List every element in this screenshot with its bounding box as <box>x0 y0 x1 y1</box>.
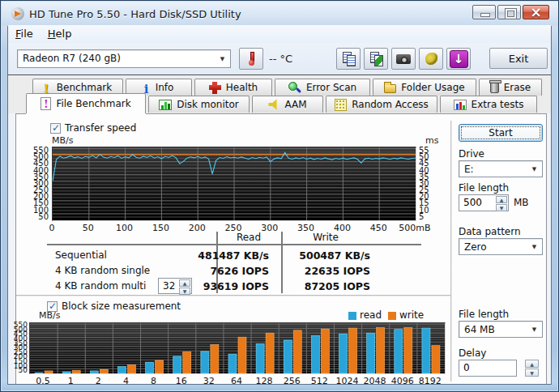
minimize-button[interactable] <box>472 5 496 19</box>
tick-label: 8192 <box>419 376 442 386</box>
block-x-axis: 0.512481632641282565121024204840968192 <box>16 376 548 386</box>
file-length-unit: MB <box>514 197 529 208</box>
copy-image-button[interactable] <box>364 48 388 70</box>
random-access-icon <box>335 99 347 111</box>
maximize-button[interactable] <box>497 5 521 19</box>
caption-buttons <box>472 5 549 19</box>
title-bar[interactable]: HD Tune Pro 5.50 - Hard Disk/SSD Utility <box>2 2 559 26</box>
hand-icon <box>425 53 437 65</box>
tab-strip: BenchmarkInfoHealthError ScanFolder Usag… <box>8 76 551 113</box>
delay-input[interactable]: 0 <box>459 360 517 377</box>
transfer-y-axis-right: 555045403530252015105 <box>419 147 435 219</box>
tab-random-access[interactable]: Random Access <box>326 96 437 113</box>
checkbox-checked-icon <box>50 123 61 134</box>
legend-read: read <box>348 309 382 321</box>
camera-button[interactable] <box>391 48 416 70</box>
tick-label: 4096 <box>391 376 414 386</box>
result-row-label: 4 KB random single <box>55 265 150 276</box>
tab-disk-monitor[interactable]: Disk monitor <box>148 96 250 113</box>
chevron-down-icon <box>528 323 540 335</box>
spin-down-icon[interactable] <box>496 204 507 211</box>
tick-label: 8 <box>151 376 156 386</box>
download-button[interactable] <box>446 48 471 70</box>
tick-label: 5 <box>419 212 424 221</box>
file-length-value: 500 <box>463 197 482 208</box>
block-y-axis-title: MB/s <box>39 310 60 321</box>
block-chart-plot <box>29 322 446 374</box>
copy-image-icon <box>369 52 383 66</box>
erase-icon <box>490 82 499 93</box>
chart-legend: read write <box>348 309 424 321</box>
transfer-y2-axis-title: ms <box>425 135 438 146</box>
tab-label: Benchmark <box>57 82 112 93</box>
chevron-down-icon <box>528 163 540 175</box>
tab-health[interactable]: Health <box>194 79 272 96</box>
tab-file-benchmark[interactable]: File Benchmark <box>26 93 146 113</box>
menu-item-file[interactable]: File <box>8 25 41 43</box>
delay-value: 0 <box>463 362 470 373</box>
client-area: HD Tune Pro 5.50 - Hard Disk/SSD Utility… <box>7 3 552 385</box>
results-table: Read Write Sequential481487 KB/s500487 K… <box>47 232 421 295</box>
tab-label: AAM <box>284 99 306 110</box>
tab-label: Disk monitor <box>177 99 239 110</box>
window-title: HD Tune Pro 5.50 - Hard Disk/SSD Utility <box>29 8 241 20</box>
tick-label: 16 <box>176 376 187 386</box>
drive-select[interactable]: Radeon R7 (240 gB) <box>17 49 231 68</box>
table-row: Sequential481487 KB/s500487 KB/s <box>47 249 421 263</box>
tick-label: 512 <box>311 376 328 386</box>
drive-select-value: Radeon R7 (240 gB) <box>23 53 121 64</box>
result-read-value: 481487 KB/s <box>180 249 269 262</box>
data-pattern-dropdown[interactable]: Zero <box>459 238 543 255</box>
tick-label: 0.5 <box>36 376 50 386</box>
tab-erase[interactable]: Erase <box>479 79 542 96</box>
tab-error-scan[interactable]: Error Scan <box>275 79 370 96</box>
toolbar-buttons <box>336 48 471 70</box>
temperature-button[interactable] <box>239 48 263 70</box>
file-benchmark-icon <box>41 97 51 110</box>
block-file-length-label: File length <box>459 309 509 320</box>
camera-icon <box>396 54 411 64</box>
delay-spin-down[interactable] <box>525 369 539 377</box>
transfer-speed-checkbox[interactable]: Transfer speed <box>50 122 136 134</box>
block-file-length-dropdown[interactable]: 64 MB <box>459 321 543 338</box>
transfer-y-axis-left: 55050045040035030025020015010050 <box>21 147 49 219</box>
transfer-chart <box>53 147 416 220</box>
result-write-value: 22635 IOPS <box>285 265 370 277</box>
tab-aam[interactable]: AAM <box>252 96 323 113</box>
tab-extra-tests[interactable]: Extra tests <box>440 96 537 113</box>
file-length-spinner[interactable]: 500 <box>459 194 509 211</box>
copy-text-icon <box>342 52 356 66</box>
tab-label: Random Access <box>352 99 429 110</box>
extra-tests-icon <box>454 100 467 110</box>
exit-button[interactable]: Exit <box>489 48 548 69</box>
drive-dropdown[interactable]: E: <box>459 160 543 177</box>
tab-label: Folder Usage <box>401 82 464 93</box>
exit-label: Exit <box>509 53 529 65</box>
tab-label: File Benchmark <box>56 98 130 109</box>
tab-folder-usage[interactable]: Folder Usage <box>373 79 476 96</box>
thermometer-icon <box>248 52 255 66</box>
tick-label: 256 <box>284 376 301 386</box>
result-row-label: Sequential <box>55 249 107 261</box>
result-read-value: 93619 IOPS <box>180 280 269 292</box>
result-write-value: 87205 IOPS <box>285 280 370 292</box>
disk-monitor-icon <box>159 100 172 110</box>
start-label: Start <box>489 127 512 138</box>
delay-spin-up[interactable] <box>525 360 539 368</box>
app-icon <box>11 7 24 20</box>
col-header-read: Read <box>216 232 281 243</box>
copy-text-button[interactable] <box>336 48 361 70</box>
spin-up-icon[interactable] <box>496 196 507 203</box>
table-row: 4 KB random single7626 IOPS22635 IOPS <box>47 264 421 279</box>
block-size-checkbox[interactable]: Block size measurement <box>47 300 181 312</box>
queue-depth-value: 32 <box>163 280 175 292</box>
health-icon <box>209 82 221 94</box>
menu-bar: File Help <box>8 25 551 43</box>
menu-item-help[interactable]: Help <box>41 25 79 43</box>
close-button[interactable] <box>523 5 549 19</box>
tick-label: 64 <box>231 376 242 386</box>
hand-button[interactable] <box>419 48 443 70</box>
start-button[interactable]: Start <box>459 124 543 142</box>
toolbar: Radeon R7 (240 gB) -- °C Exit <box>8 43 551 75</box>
transfer-chart-plot <box>52 147 416 221</box>
